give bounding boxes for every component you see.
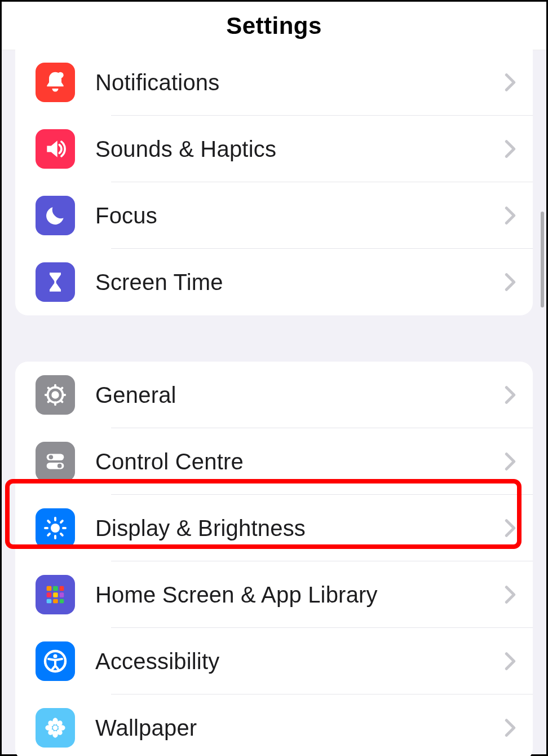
row-label: Sounds & Haptics	[95, 137, 276, 162]
settings-group-2: General Control Centre	[15, 362, 533, 756]
chevron-right-icon	[505, 518, 516, 538]
row-label: Wallpaper	[95, 715, 197, 741]
svg-rect-12	[53, 592, 58, 597]
row-accessibility[interactable]: Accessibility	[15, 628, 533, 695]
row-focus[interactable]: Focus	[15, 182, 533, 249]
svg-point-6	[58, 464, 62, 468]
settings-group-1: Notifications Sounds & Haptics	[15, 49, 533, 315]
chevron-right-icon	[505, 206, 516, 225]
apps-grid-icon	[36, 575, 75, 614]
row-label: Screen Time	[95, 270, 223, 295]
bell-icon	[36, 63, 75, 102]
svg-rect-10	[60, 586, 64, 591]
row-control-centre[interactable]: Control Centre	[15, 428, 533, 495]
scrollbar-thumb[interactable]	[541, 212, 544, 307]
svg-point-19	[53, 726, 58, 730]
speaker-icon	[36, 129, 75, 169]
settings-screen: Settings Notifications Sounds & Haptics	[0, 0, 548, 756]
svg-rect-14	[47, 599, 52, 604]
svg-rect-9	[53, 586, 58, 591]
chevron-right-icon	[505, 718, 516, 737]
chevron-right-icon	[505, 452, 516, 471]
row-label: Focus	[95, 203, 157, 228]
gear-icon	[36, 375, 75, 415]
toggles-icon	[36, 442, 75, 481]
row-label: Notifications	[95, 70, 219, 95]
chevron-right-icon	[505, 585, 516, 604]
chevron-right-icon	[505, 272, 516, 292]
row-label: General	[95, 383, 176, 408]
hourglass-icon	[36, 262, 75, 302]
svg-point-4	[49, 455, 54, 460]
row-label: Accessibility	[95, 649, 219, 674]
svg-point-0	[58, 72, 64, 78]
svg-point-7	[51, 524, 60, 533]
svg-rect-15	[53, 599, 58, 604]
settings-list[interactable]: Notifications Sounds & Haptics	[2, 50, 546, 754]
row-label: Display & Brightness	[95, 516, 306, 541]
brightness-icon	[36, 508, 75, 548]
svg-rect-11	[47, 592, 52, 597]
row-label: Home Screen & App Library	[95, 582, 378, 608]
row-notifications[interactable]: Notifications	[15, 49, 533, 116]
flower-icon	[36, 708, 75, 748]
header: Settings	[2, 2, 546, 50]
row-label: Control Centre	[95, 449, 244, 474]
moon-icon	[36, 196, 75, 235]
svg-point-18	[53, 654, 57, 658]
chevron-right-icon	[505, 652, 516, 671]
chevron-right-icon	[505, 73, 516, 92]
svg-rect-13	[60, 592, 64, 597]
chevron-right-icon	[505, 139, 516, 159]
svg-point-2	[52, 392, 58, 398]
page-title: Settings	[226, 12, 322, 39]
svg-rect-16	[60, 599, 64, 604]
row-screen-time[interactable]: Screen Time	[15, 249, 533, 315]
row-wallpaper[interactable]: Wallpaper	[15, 695, 533, 756]
row-sounds-haptics[interactable]: Sounds & Haptics	[15, 116, 533, 182]
row-display-brightness[interactable]: Display & Brightness	[15, 495, 533, 561]
accessibility-icon	[36, 641, 75, 681]
chevron-right-icon	[505, 385, 516, 405]
row-general[interactable]: General	[15, 362, 533, 428]
row-home-screen[interactable]: Home Screen & App Library	[15, 561, 533, 628]
svg-rect-8	[47, 586, 52, 591]
